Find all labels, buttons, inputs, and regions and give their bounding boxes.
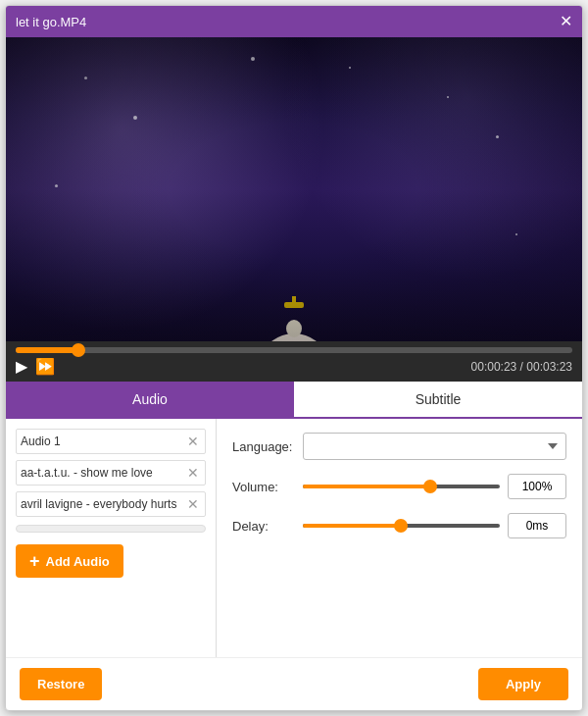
- delay-value-input[interactable]: 0ms: [508, 513, 566, 538]
- forward-button[interactable]: ⏩: [35, 357, 55, 376]
- controls-bar: ▶ ⏩ 00:00:23 / 00:03:23: [6, 341, 582, 382]
- remove-audio-2-button[interactable]: ✕: [185, 465, 201, 481]
- delay-slider-container: 0ms: [303, 513, 566, 538]
- add-audio-button[interactable]: + Add Audio: [16, 544, 123, 578]
- controls-row: ▶ ⏩ 00:00:23 / 00:03:23: [16, 357, 572, 376]
- current-time: 00:00:23: [471, 360, 517, 374]
- restore-button[interactable]: Restore: [20, 668, 102, 700]
- volume-slider-thumb: [423, 480, 437, 493]
- volume-row: Volume: 100%: [232, 474, 566, 499]
- progress-fill: [16, 347, 79, 353]
- remove-audio-1-button[interactable]: ✕: [185, 434, 201, 449]
- tab-subtitle[interactable]: Subtitle: [294, 382, 582, 417]
- progress-bar[interactable]: [16, 347, 572, 353]
- language-row: Language:: [232, 433, 566, 460]
- delay-slider-track[interactable]: [303, 524, 500, 528]
- play-button[interactable]: ▶: [16, 357, 27, 376]
- language-select[interactable]: [303, 433, 566, 460]
- audio-item-1[interactable]: Audio 1 ✕: [16, 429, 206, 454]
- volume-value-input[interactable]: 100%: [508, 474, 566, 499]
- close-button[interactable]: ✕: [560, 14, 572, 29]
- total-time: 00:03:23: [526, 360, 572, 374]
- delay-label: Delay:: [232, 519, 293, 534]
- tabs-container: Audio Subtitle: [6, 382, 582, 419]
- window-title: let it go.MP4: [16, 15, 86, 29]
- audio-list-scrollbar[interactable]: [16, 525, 206, 533]
- plus-icon: +: [29, 552, 40, 570]
- main-content: Audio 1 ✕ aa-t.a.t.u. - show me love ✕ a…: [6, 419, 582, 657]
- language-label: Language:: [232, 439, 293, 454]
- volume-label: Volume:: [232, 480, 293, 494]
- volume-slider-track[interactable]: [303, 485, 500, 488]
- delay-row: Delay: 0ms: [232, 513, 566, 538]
- footer: Restore Apply: [6, 657, 582, 710]
- delay-slider-fill: [303, 524, 402, 528]
- audio-item-label: avril lavigne - everybody hurts: [21, 497, 185, 511]
- delay-slider-thumb: [394, 519, 408, 533]
- subtitle-panel: Language: Volume: 100%: [217, 419, 582, 657]
- titlebar: let it go.MP4 ✕: [6, 6, 582, 37]
- audio-item-2[interactable]: aa-t.a.t.u. - show me love ✕: [16, 460, 206, 486]
- tab-audio[interactable]: Audio: [6, 382, 294, 417]
- apply-button[interactable]: Apply: [478, 668, 568, 700]
- audio-item-label: aa-t.a.t.u. - show me love: [21, 466, 185, 480]
- main-window: let it go.MP4 ✕: [5, 5, 583, 711]
- volume-slider-container: 100%: [303, 474, 566, 499]
- time-display: 00:00:23 / 00:03:23: [471, 360, 572, 374]
- add-audio-label: Add Audio: [46, 554, 110, 569]
- video-overlay: [6, 37, 582, 341]
- audio-panel: Audio 1 ✕ aa-t.a.t.u. - show me love ✕ a…: [6, 419, 217, 657]
- progress-thumb: [72, 343, 85, 357]
- controls-left: ▶ ⏩: [16, 357, 55, 376]
- audio-item-label: Audio 1: [21, 435, 185, 448]
- remove-audio-3-button[interactable]: ✕: [185, 496, 201, 512]
- volume-slider-fill: [303, 485, 431, 488]
- audio-item-3[interactable]: avril lavigne - everybody hurts ✕: [16, 491, 206, 517]
- video-player: [6, 37, 582, 341]
